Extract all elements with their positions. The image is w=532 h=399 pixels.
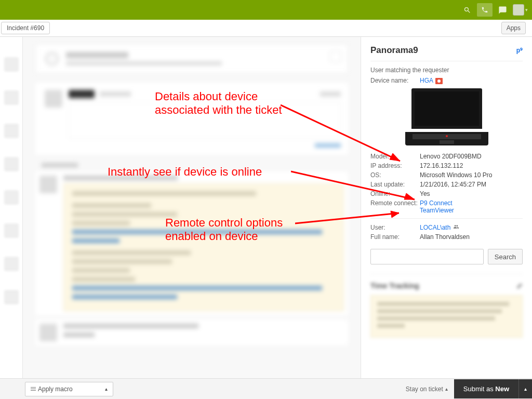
os-value: Microsoft Windows 10 Pro bbox=[420, 171, 492, 179]
lastupdate-label: Last update: bbox=[370, 181, 420, 188]
left-rail bbox=[0, 37, 23, 378]
lastupdate-value: 1/21/2016, 12:45:27 PM bbox=[420, 181, 486, 188]
list-icon bbox=[31, 387, 36, 391]
apps-sidebar: Panorama9 p⁹ User matching the requester… bbox=[361, 37, 532, 378]
apply-macro-button[interactable]: Apply macro ▴ bbox=[25, 382, 113, 396]
apps-button[interactable]: Apps bbox=[501, 22, 526, 34]
panel-title: Panorama9 bbox=[370, 45, 418, 56]
chat-icon[interactable] bbox=[494, 2, 511, 18]
remote-label: Remote connect: bbox=[370, 200, 420, 207]
chevron-up-icon: ▴ bbox=[105, 386, 108, 392]
device-name-link[interactable]: HGA bbox=[420, 77, 433, 84]
search-icon[interactable] bbox=[458, 2, 476, 18]
user-label: User: bbox=[370, 224, 420, 231]
fullname-label: Full name: bbox=[370, 233, 420, 241]
search-button[interactable]: Search bbox=[488, 249, 523, 264]
ip-label: IP address: bbox=[370, 162, 420, 169]
p9-connect-link[interactable]: P9 Connect bbox=[420, 200, 453, 207]
ticket-tab[interactable]: Incident #690 bbox=[1, 22, 50, 34]
model-label: Model: bbox=[370, 153, 420, 160]
model-value: Lenovo 20DF009BMD bbox=[420, 153, 482, 160]
submit-button[interactable]: Submit as New bbox=[454, 379, 518, 398]
alert-icon bbox=[435, 78, 443, 84]
device-name-label: Device name: bbox=[370, 77, 420, 84]
online-value: Yes bbox=[420, 190, 430, 197]
user-menu[interactable]: ▾ bbox=[511, 2, 529, 18]
footer-bar: Apply macro ▴ Stay on ticket ▴ Submit as… bbox=[0, 378, 532, 399]
phone-icon[interactable] bbox=[476, 2, 494, 18]
matching-label: User matching the requester bbox=[370, 66, 523, 74]
time-tracking-section: Time Tracking⤢ bbox=[370, 274, 523, 338]
search-input[interactable] bbox=[370, 249, 484, 264]
panorama9-logo-icon: p⁹ bbox=[516, 47, 523, 54]
ticket-main bbox=[23, 37, 361, 378]
online-label: Online: bbox=[370, 190, 420, 197]
tabs-row: Incident #690 Apps bbox=[0, 20, 532, 37]
os-label: OS: bbox=[370, 171, 420, 179]
user-link[interactable]: LOCAL\ath bbox=[420, 224, 450, 231]
top-navbar: ▾ bbox=[0, 0, 532, 20]
users-icon bbox=[453, 224, 460, 231]
device-image bbox=[405, 88, 488, 145]
chevron-up-icon: ▴ bbox=[524, 386, 527, 392]
ip-value: 172.16.132.112 bbox=[420, 162, 463, 169]
teamviewer-link[interactable]: TeamViewer bbox=[420, 207, 454, 214]
chevron-up-icon: ▴ bbox=[445, 386, 448, 392]
fullname-value: Allan Thorvaldsen bbox=[420, 233, 470, 241]
stay-on-ticket[interactable]: Stay on ticket ▴ bbox=[406, 385, 448, 393]
submit-dropdown[interactable]: ▴ bbox=[518, 379, 532, 398]
